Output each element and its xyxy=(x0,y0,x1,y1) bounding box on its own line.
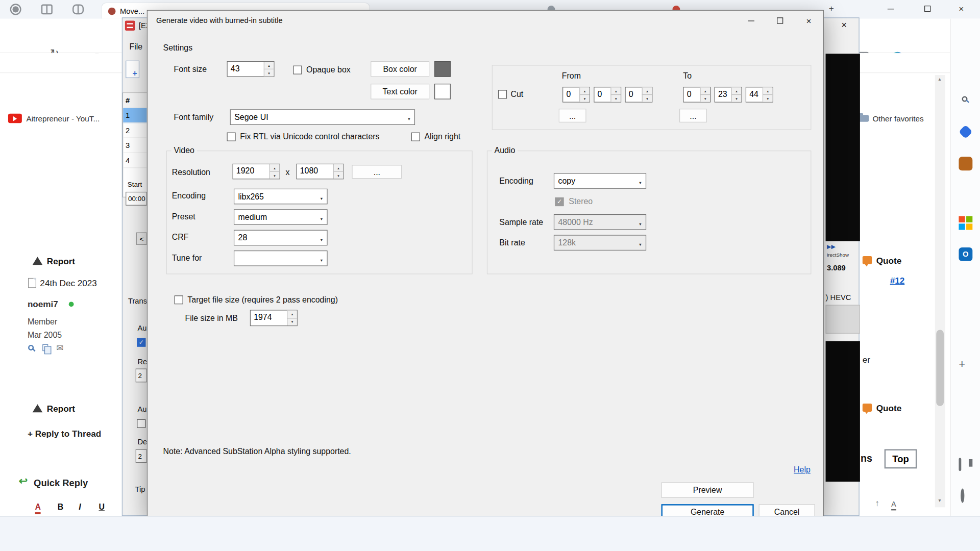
cut-from-seconds-spinner[interactable]: 0 xyxy=(625,87,652,103)
sidebar-panel-icon[interactable] xyxy=(959,459,972,473)
forum-username[interactable]: noemi7 xyxy=(28,299,58,310)
box-color-swatch[interactable] xyxy=(434,61,451,77)
list-item[interactable]: 2 xyxy=(123,123,147,138)
microsoft365-icon[interactable] xyxy=(959,216,972,230)
fix-rtl-checkbox[interactable] xyxy=(227,133,235,141)
font-size-spinner[interactable]: 43 xyxy=(227,61,274,77)
crf-select[interactable]: 28 xyxy=(234,230,328,246)
audio-encoding-select[interactable]: copy xyxy=(554,173,646,189)
font-family-select[interactable]: Segoe UI xyxy=(230,109,415,125)
quote-button[interactable]: Quote xyxy=(876,256,902,266)
spinner-arrows[interactable] xyxy=(579,87,590,102)
tune-for-select[interactable] xyxy=(234,251,328,266)
auto-checkbox[interactable] xyxy=(137,338,145,346)
maximize-button[interactable] xyxy=(766,11,794,31)
auto-checkbox[interactable] xyxy=(137,419,145,428)
help-link[interactable]: Help xyxy=(794,465,811,475)
post-date-heading[interactable]: 24th Dec 2023 xyxy=(40,278,97,288)
spinner-arrows[interactable] xyxy=(731,87,742,102)
user-posts-icon[interactable] xyxy=(42,344,48,351)
browser-close-button[interactable]: × xyxy=(947,0,975,17)
spinner-arrows[interactable] xyxy=(287,311,297,325)
back-to-top-icon[interactable]: ↑ xyxy=(875,498,879,508)
box-color-button[interactable]: Box color xyxy=(371,61,429,77)
skype-icon[interactable] xyxy=(959,279,972,292)
align-right-checkbox[interactable] xyxy=(411,133,420,141)
close-button[interactable]: × xyxy=(794,11,823,31)
sidebar-search-icon[interactable] xyxy=(959,93,972,107)
bold-button[interactable]: B xyxy=(58,502,63,512)
text-size-icon[interactable]: A xyxy=(891,499,896,510)
target-file-size-checkbox[interactable] xyxy=(175,295,183,304)
font-color-button[interactable]: A xyxy=(35,502,41,514)
profile-icon[interactable] xyxy=(10,4,21,15)
minimize-button[interactable] xyxy=(737,11,766,31)
preview-button[interactable]: Preview xyxy=(662,482,754,498)
generate-button[interactable]: Generate xyxy=(662,504,754,517)
resolution-width-spinner[interactable]: 1920 xyxy=(233,164,280,180)
menu-file[interactable]: File xyxy=(129,42,142,52)
report-link[interactable]: Report xyxy=(47,404,75,414)
text-color-button[interactable]: Text color xyxy=(371,84,429,99)
preset-select[interactable]: medium xyxy=(234,209,328,225)
subtitle-edit-close-icon[interactable]: × xyxy=(841,20,847,30)
re-spinner[interactable]: 2 xyxy=(136,368,147,382)
outlook-icon[interactable]: O xyxy=(959,247,972,261)
spinner-arrows[interactable] xyxy=(270,164,280,179)
favorites-item[interactable]: Aitrepreneur - YouT... xyxy=(26,114,100,124)
cut-from-minutes-spinner[interactable]: 0 xyxy=(594,87,621,103)
file-size-spinner[interactable]: 1974 xyxy=(250,310,298,326)
people-icon[interactable] xyxy=(959,187,972,201)
notifications-bell-icon[interactable] xyxy=(959,62,972,76)
cut-to-minutes-spinner[interactable]: 23 xyxy=(715,87,742,103)
resolution-browse-button[interactable]: ... xyxy=(352,165,402,179)
list-column-header[interactable]: # xyxy=(123,93,147,108)
text-color-swatch[interactable] xyxy=(434,84,451,99)
list-item[interactable]: 1 xyxy=(123,108,147,123)
user-search-icon[interactable] xyxy=(28,345,34,350)
workspaces-icon[interactable] xyxy=(41,5,53,15)
underline-button[interactable]: U xyxy=(99,502,104,512)
cut-from-browse-button[interactable]: ... xyxy=(559,109,586,122)
collapse-button[interactable]: < xyxy=(136,233,147,245)
spinner-arrows[interactable] xyxy=(264,62,274,76)
mail-icon[interactable]: ✉ xyxy=(56,343,63,353)
cut-to-browse-button[interactable]: ... xyxy=(679,109,707,122)
cut-to-hours-spinner[interactable]: 0 xyxy=(683,87,710,103)
spinner-arrows[interactable] xyxy=(333,164,344,179)
shopping-icon[interactable] xyxy=(959,125,972,139)
spinner-arrows[interactable] xyxy=(642,87,652,102)
new-tab-button[interactable]: + xyxy=(829,3,834,13)
tools-icon[interactable] xyxy=(959,157,972,170)
dialog-titlebar[interactable]: Generate video with burned-in subtitle × xyxy=(148,11,823,31)
browser-maximize-button[interactable] xyxy=(913,0,942,17)
cut-to-seconds-spinner[interactable]: 44 xyxy=(746,87,773,103)
cut-checkbox[interactable] xyxy=(498,90,507,98)
start-time-field[interactable]: 00:00 xyxy=(126,192,147,206)
tab-actions-icon[interactable] xyxy=(72,5,84,15)
list-item[interactable]: 4 xyxy=(123,153,147,168)
spinner-arrows[interactable] xyxy=(610,87,621,102)
list-item[interactable]: 3 xyxy=(123,138,147,153)
add-sidebar-item-icon[interactable]: + xyxy=(959,357,972,371)
new-file-icon[interactable]: + xyxy=(126,61,139,78)
reply-to-thread-button[interactable]: + Reply to Thread xyxy=(28,429,101,439)
cancel-button[interactable]: Cancel xyxy=(759,504,815,517)
browser-minimize-button[interactable] xyxy=(876,0,905,17)
sidebar-settings-gear-icon[interactable] xyxy=(959,490,972,504)
spinner-arrows[interactable] xyxy=(700,87,710,102)
italic-button[interactable]: I xyxy=(79,502,81,512)
quote-button[interactable]: Quote xyxy=(876,403,902,413)
top-button[interactable]: Top xyxy=(885,449,917,468)
de-spinner[interactable]: 2 xyxy=(136,449,147,463)
scrollbar-thumb[interactable] xyxy=(936,330,944,406)
cut-from-hours-spinner[interactable]: 0 xyxy=(562,87,590,103)
other-favorites-label[interactable]: Other favorites xyxy=(872,114,923,124)
post-number-link[interactable]: #12 xyxy=(890,276,905,286)
report-link[interactable]: Report xyxy=(47,256,75,266)
page-scrollbar[interactable]: ▲ ▼ xyxy=(935,75,945,507)
plant-icon[interactable] xyxy=(959,310,972,323)
video-encoding-select[interactable]: libx265 xyxy=(234,189,328,205)
resolution-height-spinner[interactable]: 1080 xyxy=(296,164,344,180)
spinner-arrows[interactable] xyxy=(763,87,773,102)
